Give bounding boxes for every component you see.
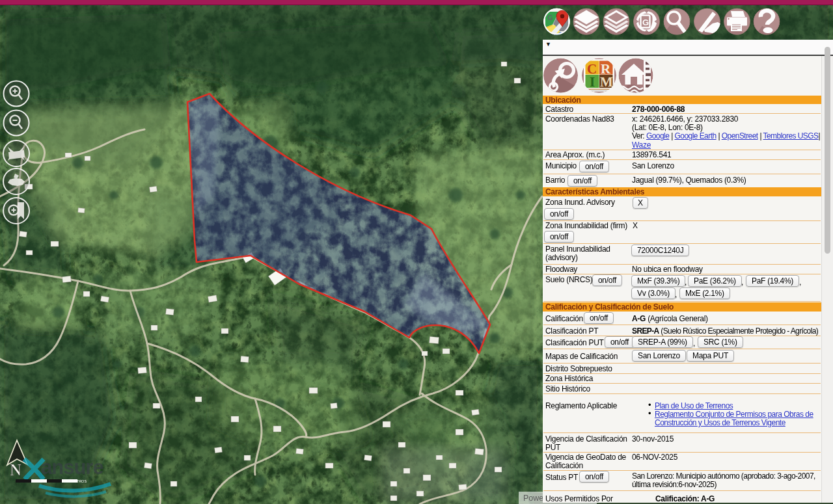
svg-text:N: N (10, 461, 21, 479)
svg-text:M: M (600, 74, 613, 90)
svg-text:G: G (642, 18, 649, 27)
svg-text:I: I (590, 74, 595, 90)
svg-text:KILOMETROS: KILOMETROS (63, 479, 87, 483)
svg-text:ansure: ansure (41, 456, 103, 479)
svg-text:G: G (547, 14, 553, 21)
